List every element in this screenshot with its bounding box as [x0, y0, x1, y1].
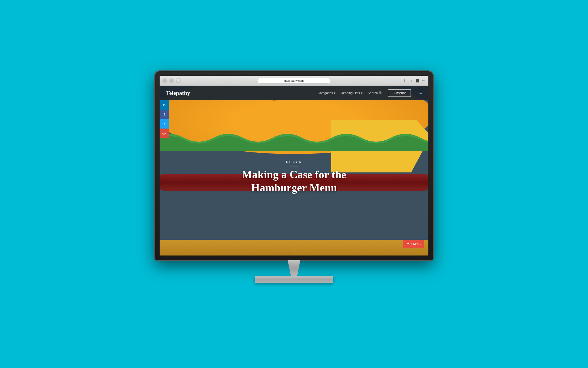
social-google-plus-button[interactable]: g+	[160, 129, 169, 138]
url-text: dtelepathy.com	[284, 79, 304, 82]
subscribe-button[interactable]: Subscribe	[388, 89, 411, 97]
hero-section: DESIGN Making a Case for the Hamburger M…	[160, 86, 428, 255]
browser-chrome: ‹ › ⬜ dtelepathy.com ⬇ ⬆ ⬛ ⋯	[160, 76, 428, 86]
hero-category: DESIGN	[160, 160, 428, 163]
hero-divider	[290, 166, 298, 166]
monitor-neck	[284, 260, 304, 276]
monitor-base	[255, 276, 333, 283]
browser-copy-icon[interactable]: ⬛	[415, 79, 419, 83]
monitor-wrapper: ‹ › ⬜ dtelepathy.com ⬇ ⬆ ⬛ ⋯ Telepathy	[155, 71, 433, 297]
hero-text-block: DESIGN Making a Case for the Hamburger M…	[160, 160, 428, 195]
social-facebook-button[interactable]: f	[160, 110, 169, 119]
hamburger-menu-button[interactable]: ≡	[419, 90, 422, 96]
apple-logo-icon: 	[292, 249, 296, 253]
hero-title: Making a Case for the Hamburger Menu	[218, 168, 370, 195]
linkedin-icon: in	[163, 103, 166, 107]
browser-forward-button[interactable]: ›	[169, 78, 174, 83]
burger-lettuce	[160, 130, 428, 151]
monitor-screen: ‹ › ⬜ dtelepathy.com ⬇ ⬆ ⬛ ⋯ Telepathy	[160, 76, 428, 255]
site-logo[interactable]: Telepathy	[166, 90, 190, 96]
facebook-icon: f	[164, 113, 165, 116]
nav-categories[interactable]: Categories ▾	[318, 91, 335, 95]
social-linkedin-button[interactable]: in	[160, 100, 169, 110]
browser-back-button[interactable]: ‹	[162, 78, 167, 83]
browser-download-icon[interactable]: ⬇	[403, 79, 407, 83]
browser-icons-right: ⬇ ⬆ ⬛ ⋯	[403, 79, 426, 83]
twitter-icon: t	[164, 122, 165, 126]
burger-bun-bottom	[160, 240, 428, 255]
reading-time-icon: ✈	[407, 242, 409, 246]
site-nav: Telepathy Categories ▾ Reading Lists ▾ S…	[160, 86, 428, 100]
nav-search-button[interactable]: Search 🔍	[368, 91, 383, 95]
browser-url-bar[interactable]: dtelepathy.com	[257, 78, 331, 84]
google-plus-icon: g+	[162, 131, 166, 135]
search-icon: 🔍	[379, 91, 383, 95]
browser-menu-icon[interactable]: ⋯	[422, 79, 426, 83]
reading-time-badge[interactable]: ✈ 8 MINS	[403, 240, 424, 248]
browser-tab-button[interactable]: ⬜	[176, 78, 181, 83]
nav-reading-lists[interactable]: Reading Lists ▾	[341, 91, 363, 95]
website: Telepathy Categories ▾ Reading Lists ▾ S…	[160, 86, 428, 255]
social-twitter-button[interactable]: t	[160, 119, 169, 129]
browser-share-icon[interactable]: ⬆	[409, 79, 413, 83]
chevron-down-icon: ▾	[334, 91, 335, 95]
social-sidebar: in f t g+	[160, 100, 169, 138]
chevron-down-icon: ▾	[361, 91, 363, 95]
reading-time-label: 8 MINS	[411, 242, 421, 246]
monitor-body: ‹ › ⬜ dtelepathy.com ⬇ ⬆ ⬛ ⋯ Telepathy	[155, 71, 433, 260]
nav-links: Categories ▾ Reading Lists ▾ Search 🔍 Su…	[318, 89, 422, 97]
